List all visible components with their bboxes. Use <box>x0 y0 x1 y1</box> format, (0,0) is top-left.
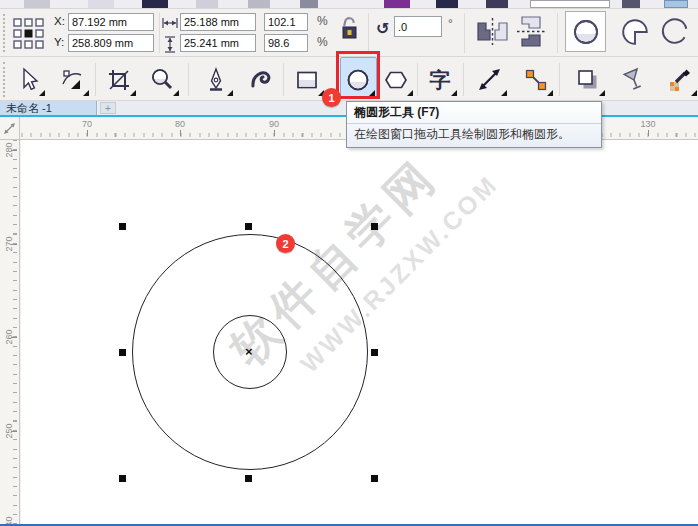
tool-drop-shadow[interactable] <box>568 60 608 99</box>
object-width-input[interactable] <box>180 13 256 31</box>
selection-handle-nw[interactable] <box>119 223 126 230</box>
magnifier-icon <box>149 67 175 93</box>
drawing-canvas[interactable]: 软件自学网 WWW.RJZXW.COM × <box>21 140 698 526</box>
tooltip-body: 在绘图窗口拖动工具绘制圆形和椭圆形。 <box>347 124 601 147</box>
object-center-mark: × <box>245 344 253 359</box>
vertical-ruler[interactable]: 280 270 260 250 240 <box>0 140 20 526</box>
annotation-badge-2: 2 <box>276 234 295 253</box>
tool-text[interactable]: 字 <box>420 60 460 99</box>
ruler-label: 70 <box>75 119 99 129</box>
y-label: Y: <box>54 36 64 48</box>
x-label: X: <box>54 15 65 27</box>
property-bar: X: Y: % % ↺ <box>0 9 698 57</box>
scale-vertical-input[interactable] <box>264 34 308 52</box>
tool-pen[interactable] <box>196 60 236 99</box>
mirror-horizontal-button[interactable] <box>474 15 511 48</box>
tool-artistic-media[interactable] <box>242 60 282 99</box>
tool-shape[interactable] <box>52 60 92 99</box>
object-width-icon <box>162 17 178 29</box>
toolbar-button-partial[interactable] <box>436 0 458 8</box>
toolbar-field-partial[interactable] <box>530 0 610 8</box>
toolbar-button-partial[interactable] <box>622 0 640 8</box>
crop-icon <box>106 67 132 93</box>
tooltip-title: 椭圆形工具 (F7) <box>347 102 601 124</box>
toolbar-button-partial[interactable] <box>24 0 50 8</box>
separator <box>159 13 160 53</box>
tool-crop[interactable] <box>99 60 139 99</box>
ellipse-tool-tooltip: 椭圆形工具 (F7) 在绘图窗口拖动工具绘制圆形和椭圆形。 <box>346 101 602 148</box>
selection-handle-s[interactable] <box>245 475 252 482</box>
rectangle-shape-icon <box>294 67 320 93</box>
object-height-input[interactable] <box>180 34 256 52</box>
arc-state-button[interactable] <box>660 17 690 47</box>
selection-handle-se[interactable] <box>371 475 378 482</box>
tool-polygon[interactable] <box>376 60 416 99</box>
toolbar-grip[interactable] <box>3 62 5 97</box>
mirror-vertical-button[interactable] <box>514 14 548 49</box>
rotation-angle-input[interactable] <box>394 16 442 37</box>
x-position-input[interactable] <box>68 13 154 31</box>
dimension-arrow-icon <box>477 67 503 93</box>
annotation-badge-1: 1 <box>322 88 341 107</box>
ruler-origin-icon <box>3 122 16 135</box>
separator <box>188 63 189 96</box>
toolbar-button-partial[interactable] <box>142 0 168 8</box>
ellipse-state-button[interactable] <box>565 11 606 52</box>
tab-untitled-1[interactable]: 未命名 -1 <box>0 101 97 115</box>
separator <box>95 63 96 96</box>
ruler-label: 90 <box>262 119 286 129</box>
shape-node-icon <box>59 67 85 93</box>
annotation-red-box <box>336 51 380 99</box>
rotate-icon[interactable]: ↺ <box>376 19 389 38</box>
ruler-label: 260 <box>0 326 18 348</box>
degree-symbol: ° <box>448 17 453 31</box>
pen-nib-icon <box>203 67 229 93</box>
tool-transparency[interactable] <box>614 60 654 99</box>
separator <box>557 13 558 53</box>
toolbar-button-partial[interactable] <box>196 0 218 8</box>
tool-zoom[interactable] <box>142 60 182 99</box>
scale-horizontal-input[interactable] <box>264 13 308 31</box>
ruler-label: 250 <box>0 420 18 442</box>
ruler-label: 130 <box>636 119 660 129</box>
connector-icon <box>523 67 549 93</box>
y-position-input[interactable] <box>68 34 154 52</box>
selection-handle-ne[interactable] <box>371 223 378 230</box>
tool-connector[interactable] <box>516 60 556 99</box>
toolbar-button-partial[interactable] <box>300 0 318 8</box>
text-tool-icon: 字 <box>430 69 451 90</box>
eyedropper-icon <box>667 67 693 93</box>
object-position-grid-icon[interactable] <box>12 17 45 50</box>
artistic-swirl-icon <box>249 67 275 93</box>
selection-handle-w[interactable] <box>119 349 126 356</box>
pie-state-button[interactable] <box>620 17 650 47</box>
drop-shadow-icon <box>575 67 601 93</box>
separator <box>464 13 465 53</box>
toolbar-button-partial[interactable] <box>248 0 270 8</box>
tool-color-eyedropper[interactable] <box>660 60 698 99</box>
selection-handle-sw[interactable] <box>119 475 126 482</box>
separator <box>417 63 418 96</box>
object-height-icon <box>164 36 176 53</box>
polygon-shape-icon <box>383 67 409 93</box>
toolbar-button-partial[interactable] <box>664 0 688 8</box>
tool-pick[interactable] <box>8 60 48 99</box>
new-document-tab-button[interactable]: + <box>100 102 116 114</box>
standard-toolbar-partial <box>0 0 698 9</box>
ruler-label: 270 <box>0 233 18 255</box>
toolbar-button-partial[interactable] <box>486 0 508 8</box>
toolbar-button-partial[interactable] <box>88 0 114 8</box>
selection-handle-e[interactable] <box>371 349 378 356</box>
app-window: X: Y: % % ↺ <box>0 0 698 526</box>
ruler-origin-corner[interactable] <box>0 117 20 140</box>
toolbar-grip[interactable] <box>3 14 5 52</box>
separator <box>283 63 284 96</box>
toolbar-button-partial[interactable] <box>384 0 410 8</box>
tool-rectangle[interactable] <box>287 60 327 99</box>
separator <box>368 13 369 53</box>
lock-ratio-icon[interactable] <box>340 16 359 41</box>
selection-handle-n[interactable] <box>245 223 252 230</box>
separator <box>463 63 464 96</box>
tool-dimension[interactable] <box>470 60 510 99</box>
percent-sign-bottom: % <box>317 35 328 49</box>
